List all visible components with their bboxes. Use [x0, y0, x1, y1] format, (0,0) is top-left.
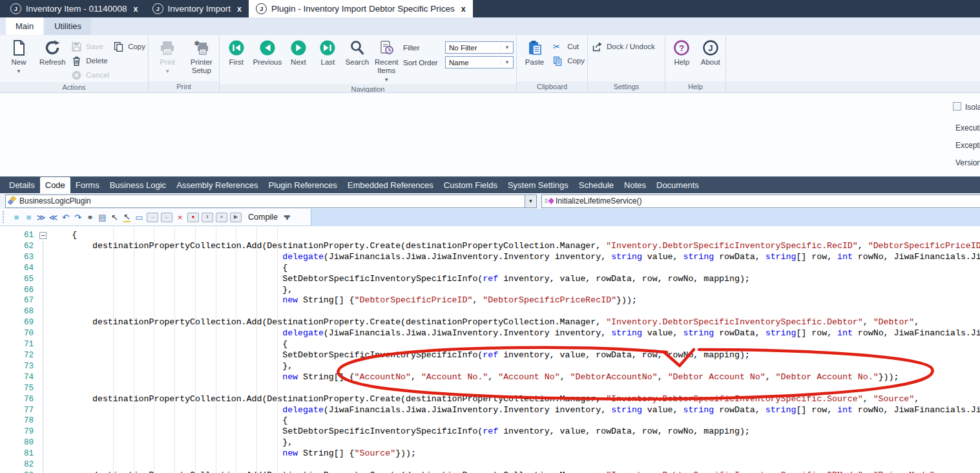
ribbon-tab-main[interactable]: Main [6, 17, 43, 35]
recent-items-button[interactable]: Recent Items▼ [374, 37, 399, 84]
detail-tab-documents[interactable]: Documents [651, 177, 704, 193]
dock-undock-button[interactable]: Dock / Undock [592, 39, 655, 54]
detail-tab-embedded-references[interactable]: Embedded References [342, 177, 439, 193]
printer-setup-button[interactable]: ✱Printer Setup [187, 37, 217, 75]
class-selector-dropdown-button[interactable]: ▼ [525, 195, 536, 207]
snippet-pointer-icon[interactable]: ↖ [121, 211, 133, 224]
delete-button[interactable]: Delete [71, 54, 109, 68]
dropdown-arrow-icon[interactable]: ▼ [501, 45, 513, 50]
indent-increase-icon[interactable]: ≫ [35, 211, 47, 224]
sort-order-label: Sort Order [403, 59, 440, 67]
search-button[interactable]: Search [344, 37, 370, 67]
detail-tab-forms[interactable]: Forms [70, 177, 105, 193]
tab-close-icon[interactable]: x [237, 5, 242, 14]
breakpoint-pause-icon[interactable]: ‖ [202, 213, 213, 222]
ribbon-empty-space [726, 36, 980, 92]
code-token: , [863, 394, 873, 404]
find-icon[interactable]: ⚭ [84, 211, 96, 224]
keyword-token: string [766, 405, 797, 415]
dropdown-arrow-icon[interactable]: ▼ [501, 59, 513, 65]
find-icon-glyph: ⚭ [87, 213, 94, 222]
detail-tab-assembly-references[interactable]: Assembly References [171, 177, 263, 193]
code-token: rowData, [714, 328, 766, 338]
help-button[interactable]: ?Help [669, 37, 694, 67]
cancel-button[interactable]: Cancel [71, 68, 109, 82]
detail-tab-custom-fields[interactable]: Custom Fields [439, 177, 503, 193]
detail-tab-code[interactable]: Code [40, 177, 70, 193]
redo-icon-glyph: ↷ [74, 213, 81, 222]
class-selector-combo[interactable]: BusinessLogicPlugin ▼ [5, 194, 537, 208]
step-back-icon[interactable]: ← [161, 213, 172, 222]
window-tab-3[interactable]: JPlugin - Inventory Import Debtor Specif… [249, 0, 473, 17]
isolated-checkbox[interactable] [953, 102, 961, 110]
detail-tab-notes[interactable]: Notes [619, 177, 651, 193]
paste-button[interactable]: Paste [521, 37, 548, 67]
breakpoint-disable-icon[interactable]: ● [216, 213, 227, 222]
string-token: "Inventory.DebtorSpecificInventorySpecif… [606, 317, 863, 327]
paste-icon [526, 39, 543, 56]
cancel-icon [71, 70, 82, 81]
detail-tab-details[interactable]: Details [4, 177, 40, 193]
about-button[interactable]: JAbout [698, 37, 724, 67]
svg-text:✂: ✂ [553, 42, 560, 52]
detail-tab-business-logic[interactable]: Business Logic [105, 177, 171, 193]
code-token: (JiwaFinancials.Jiwa.JiwaInventory.Inven… [324, 405, 611, 415]
code-token: [] row, [796, 252, 837, 262]
redo-icon[interactable]: ↷ [72, 211, 84, 224]
format-selection-icon[interactable]: ≡ [23, 211, 35, 224]
code-token: , [863, 317, 873, 327]
undo-icon[interactable]: ↶ [59, 211, 72, 224]
button-label: New [12, 58, 26, 67]
keyword-token: delegate [282, 405, 324, 415]
save-button[interactable]: Save [71, 39, 109, 54]
first-button[interactable]: First [224, 37, 249, 67]
detail-tab-system-settings[interactable]: System Settings [503, 177, 574, 193]
code-token: String[] { [298, 448, 354, 458]
selection-box-icon[interactable]: ▭ [133, 211, 145, 224]
toolbar-grip[interactable] [3, 211, 7, 223]
next-button[interactable]: Next [286, 37, 311, 67]
stop-search-icon[interactable]: × [174, 211, 186, 224]
string-token: "Source" [355, 448, 396, 458]
previous-button[interactable]: Previous [253, 37, 282, 67]
step-over-icon[interactable]: → [147, 213, 158, 222]
last-button[interactable]: Last [315, 37, 340, 67]
sort-order-combobox[interactable]: Name▼ [445, 56, 514, 68]
detail-tab-schedule[interactable]: Schedule [574, 177, 619, 193]
code-fold-toggle-icon[interactable] [39, 232, 47, 239]
string-token: "Inventory.DebtorSpecificInventorySpecif… [606, 470, 863, 473]
tab-close-icon[interactable]: x [134, 5, 138, 14]
button-label: Dock / Undock [607, 43, 655, 50]
keyword-token: string [683, 405, 714, 415]
print-button[interactable]: Print▼ [152, 37, 183, 76]
button-label: Printer Setup [187, 58, 217, 75]
copy-button[interactable]: Copy [113, 39, 145, 54]
copy-button[interactable]: Copy [552, 54, 585, 68]
detail-tab-plugin-references[interactable]: Plugin References [264, 177, 342, 193]
keyword-token: new [282, 372, 298, 382]
indent-decrease-icon[interactable]: ≪ [47, 211, 59, 224]
toolbar-overflow-button[interactable]: ▬▼ [284, 214, 290, 220]
breakpoint-run-icon[interactable]: ▶ [230, 213, 242, 222]
window-tab-1[interactable]: JInventory Item - 01140008x [3, 0, 145, 17]
code-editor[interactable]: 6162636465666768697071727374757677787980… [0, 226, 980, 473]
breakpoint-icon[interactable]: ● [187, 213, 199, 222]
class-icon [8, 196, 17, 205]
format-document-icon[interactable]: ≡ [10, 211, 23, 224]
svg-text:?: ? [679, 43, 684, 53]
compile-button[interactable]: Compile [248, 213, 278, 222]
cut-button[interactable]: ✂Cut [552, 39, 585, 54]
window-tab-bar: JInventory Item - 01140008xJInventory Im… [0, 0, 980, 17]
code-token: rowData, [714, 405, 766, 415]
string-token: "Debtor Account No" [668, 372, 766, 382]
refresh-button[interactable]: Refresh [37, 37, 67, 67]
method-selector-combo[interactable]: InitializeLifetimeService() [541, 194, 980, 208]
new-button[interactable]: New▼ [4, 37, 34, 76]
filter-combobox[interactable]: No Filter▼ [445, 41, 514, 54]
tab-close-icon[interactable]: x [461, 5, 466, 14]
paste-append-icon[interactable]: ▤ [96, 211, 109, 224]
ribbon-tab-utilities[interactable]: Utilities [45, 17, 91, 35]
select-pointer-icon[interactable]: ↖ [109, 211, 121, 224]
code-token: inventory, value, rowData, row, rowNo, m… [498, 426, 750, 436]
window-tab-2[interactable]: JInventory Importx [145, 0, 249, 17]
